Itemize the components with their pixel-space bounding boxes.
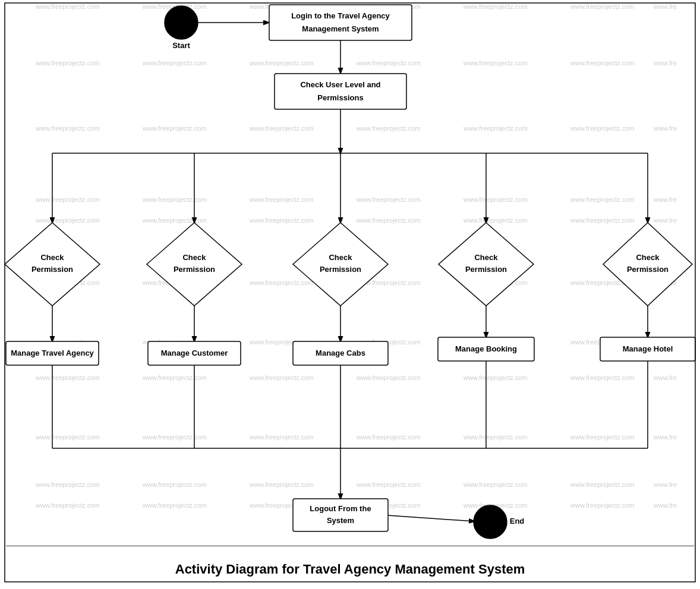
svg-text:www.fre: www.fre (653, 196, 677, 203)
svg-text:www.fre: www.fre (653, 125, 677, 132)
svg-text:www.freeprojectz.com: www.freeprojectz.com (570, 433, 635, 441)
check-perm-2-text2: Permission (174, 265, 215, 274)
svg-text:www.freeprojectz.com: www.freeprojectz.com (142, 217, 207, 224)
svg-text:www.freeprojectz.com: www.freeprojectz.com (249, 374, 314, 381)
svg-text:www.freeprojectz.com: www.freeprojectz.com (463, 481, 528, 488)
svg-text:www.freeprojectz.com: www.freeprojectz.com (35, 196, 100, 203)
login-text: Login to the Travel Agency (291, 11, 390, 20)
diagram-title: Activity Diagram for Travel Agency Manag… (175, 562, 525, 577)
svg-text:www.freeprojectz.com: www.freeprojectz.com (463, 3, 528, 10)
svg-text:www.fre: www.fre (653, 502, 677, 509)
manage-booking-text: Manage Booking (455, 344, 517, 353)
svg-text:www.freeprojectz.com: www.freeprojectz.com (35, 59, 100, 66)
svg-text:www.freeprojectz.com: www.freeprojectz.com (356, 196, 421, 203)
svg-text:www.freeprojectz.com: www.freeprojectz.com (356, 433, 421, 441)
logout-text2: System (327, 516, 354, 525)
manage-cabs-text: Manage Cabs (316, 349, 365, 357)
svg-text:www.fre: www.fre (653, 433, 677, 441)
svg-text:www.freeprojectz.com: www.freeprojectz.com (142, 433, 207, 441)
check-user-level-text2: Permissions (317, 93, 363, 102)
svg-text:www.freeprojectz.com: www.freeprojectz.com (356, 374, 421, 381)
svg-text:www.freeprojectz.com: www.freeprojectz.com (35, 374, 100, 381)
svg-text:www.freeprojectz.com: www.freeprojectz.com (463, 217, 528, 224)
svg-line-105 (388, 515, 474, 521)
svg-text:www.freeprojectz.com: www.freeprojectz.com (356, 125, 421, 132)
svg-text:www.freeprojectz.com: www.freeprojectz.com (142, 374, 207, 381)
svg-text:www.fre: www.fre (653, 217, 677, 224)
svg-text:www.freeprojectz.com: www.freeprojectz.com (463, 125, 528, 132)
check-user-level-box (275, 74, 406, 109)
svg-text:www.freeprojectz.com: www.freeprojectz.com (570, 125, 635, 132)
svg-text:www.freeprojectz.com: www.freeprojectz.com (570, 59, 635, 66)
svg-text:www.freeprojectz.com: www.freeprojectz.com (570, 3, 635, 10)
check-perm-5-text: Check (636, 253, 660, 262)
svg-text:www.freeprojectz.com: www.freeprojectz.com (463, 374, 528, 381)
check-perm-1-text: Check (40, 253, 64, 262)
start-node (165, 6, 198, 39)
svg-text:www.freeprojectz.com: www.freeprojectz.com (142, 125, 207, 132)
svg-text:www.freeprojectz.com: www.freeprojectz.com (35, 481, 100, 488)
svg-text:www.freeprojectz.com: www.freeprojectz.com (570, 481, 635, 488)
manage-travel-text: Manage Travel Agency (11, 349, 94, 357)
login-box (269, 5, 412, 40)
check-perm-4-text: Check (474, 253, 498, 262)
svg-text:www.fre: www.fre (653, 59, 677, 66)
svg-text:www.freeprojectz.com: www.freeprojectz.com (35, 502, 100, 509)
svg-text:www.fre: www.fre (653, 374, 677, 381)
manage-hotel-text: Manage Hotel (623, 344, 673, 353)
check-permission-diamond-5 (603, 223, 692, 306)
svg-text:www.freeprojectz.com: www.freeprojectz.com (249, 59, 314, 66)
svg-text:www.freeprojectz.com: www.freeprojectz.com (142, 196, 207, 203)
end-node (474, 505, 507, 539)
check-permission-diamond-4 (439, 223, 534, 306)
diagram-container: www.freeprojectz.com www.freeprojectz.co… (0, 0, 700, 589)
svg-text:www.freeprojectz.com: www.freeprojectz.com (142, 59, 207, 66)
svg-text:www.freeprojectz.com: www.freeprojectz.com (142, 502, 207, 509)
svg-text:www.fre: www.fre (653, 481, 677, 488)
svg-text:www.freeprojectz.com: www.freeprojectz.com (356, 217, 421, 224)
check-permission-diamond-3 (293, 223, 388, 306)
svg-text:www.freeprojectz.com: www.freeprojectz.com (570, 502, 635, 509)
svg-text:www.freeprojectz.com: www.freeprojectz.com (249, 481, 314, 488)
check-permission-diamond-1 (5, 223, 100, 306)
svg-text:www.freeprojectz.com: www.freeprojectz.com (249, 196, 314, 203)
svg-text:www.fre: www.fre (653, 3, 677, 10)
svg-text:www.freeprojectz.com: www.freeprojectz.com (463, 433, 528, 441)
svg-text:www.freeprojectz.com: www.freeprojectz.com (35, 3, 100, 10)
logout-text: Logout From the (310, 504, 371, 513)
check-permission-diamond-2 (147, 223, 242, 306)
svg-text:www.freeprojectz.com: www.freeprojectz.com (570, 217, 635, 224)
start-label: Start (172, 41, 190, 50)
check-perm-3-text2: Permission (320, 265, 361, 274)
logout-box (293, 499, 388, 531)
check-perm-5-text2: Permission (627, 265, 669, 274)
svg-text:www.freeprojectz.com: www.freeprojectz.com (35, 217, 100, 224)
svg-text:www.freeprojectz.com: www.freeprojectz.com (249, 279, 314, 286)
svg-text:www.freeprojectz.com: www.freeprojectz.com (570, 196, 635, 203)
check-perm-1-text2: Permission (31, 265, 73, 274)
svg-text:www.freeprojectz.com: www.freeprojectz.com (35, 125, 100, 132)
check-perm-2-text: Check (182, 253, 206, 262)
manage-customer-text: Manage Customer (161, 349, 228, 357)
check-perm-4-text2: Permission (465, 265, 507, 274)
svg-text:www.freeprojectz.com: www.freeprojectz.com (463, 59, 528, 66)
svg-text:www.freeprojectz.com: www.freeprojectz.com (463, 196, 528, 203)
end-label: End (510, 517, 525, 525)
svg-text:www.freeprojectz.com: www.freeprojectz.com (142, 481, 207, 488)
svg-text:www.freeprojectz.com: www.freeprojectz.com (249, 125, 314, 132)
svg-text:www.freeprojectz.com: www.freeprojectz.com (356, 481, 421, 488)
login-text2: Management System (302, 24, 379, 33)
svg-text:www.freeprojectz.com: www.freeprojectz.com (356, 59, 421, 66)
svg-text:www.freeprojectz.com: www.freeprojectz.com (570, 374, 635, 381)
svg-text:www.freeprojectz.com: www.freeprojectz.com (249, 217, 314, 224)
svg-text:www.freeprojectz.com: www.freeprojectz.com (249, 433, 314, 441)
check-user-level-text: Check User Level and (300, 80, 380, 89)
check-perm-3-text: Check (329, 253, 352, 262)
svg-text:www.freeprojectz.com: www.freeprojectz.com (35, 433, 100, 441)
